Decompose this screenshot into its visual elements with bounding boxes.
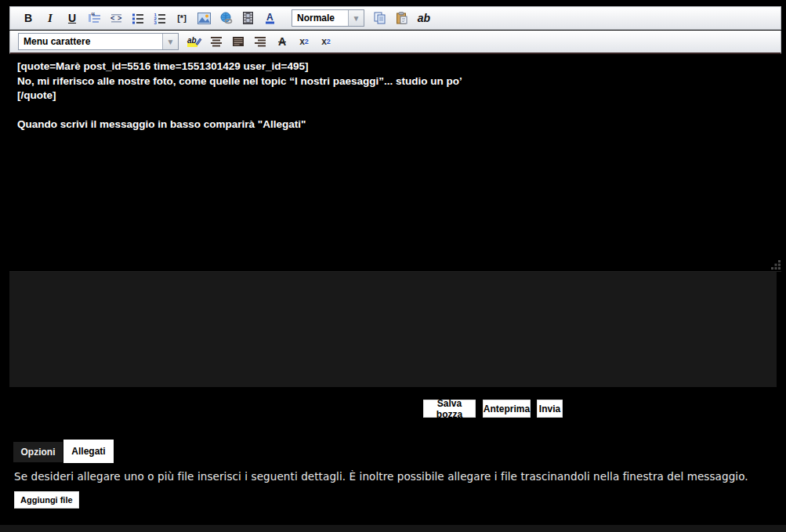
unordered-list-icon [132,12,144,24]
italic-label: I [48,12,53,25]
paragraph-style-select[interactable]: Normale ▼ [292,9,364,27]
bold-button[interactable]: B [18,9,38,27]
editor-lower-panel [9,272,777,387]
align-right-button[interactable] [250,32,270,51]
copy-icon [374,12,386,24]
superscript-label: x [299,36,305,47]
justify-icon [232,36,244,47]
list-item-label: [*] [177,13,187,23]
justify-button[interactable] [228,32,248,51]
svg-text:3: 3 [154,20,158,24]
chevron-down-icon[interactable]: ▼ [348,10,364,26]
strikethrough-label: A [278,35,286,48]
font-color-icon: A [264,12,276,24]
tab-attachments[interactable]: Allegati [63,440,114,463]
link-icon [219,12,233,24]
bottom-bar [0,525,786,532]
svg-text:ab: ab [187,36,197,45]
preview-button[interactable]: Anteprima [483,400,531,418]
underline-label: U [68,12,76,24]
ordered-list-icon: 1 2 3 [154,12,166,24]
unordered-list-button[interactable] [128,9,148,27]
underline-button[interactable]: U [62,9,82,27]
tab-options[interactable]: Opzioni [13,442,63,462]
italic-button[interactable]: I [40,9,60,27]
image-icon [197,13,211,24]
code-icon: < > [110,12,123,24]
quote-button[interactable]: “ [84,9,104,27]
svg-text:>: > [118,14,121,22]
subscript-button[interactable]: x2 [316,32,336,51]
insert-image-button[interactable] [194,9,214,27]
font-menu-select[interactable]: Menu carattere ▼ [18,33,179,50]
list-item-button[interactable]: [*] [172,9,192,27]
bbcode-toolbar-row2: Menu carattere ▼ ab [9,31,781,54]
highlight-icon: ab [187,35,202,49]
plain-text-button[interactable]: ab [414,9,434,27]
resize-handle-icon[interactable] [771,260,781,270]
copy-button[interactable] [370,9,390,27]
subscript-idx: 2 [327,38,331,45]
bbcode-toolbar-row1: B I U “ < > [9,6,781,30]
paste-button[interactable] [392,9,412,27]
message-textarea[interactable]: [quote=Marè post_id=5516 time=1551301429… [9,54,781,272]
align-right-icon [254,36,266,47]
paste-icon [396,12,408,24]
insert-video-button[interactable] [237,9,258,27]
video-icon [243,12,253,24]
add-file-button[interactable]: Aggiungi file [14,491,79,508]
save-draft-button[interactable]: Salva bozza [423,400,476,418]
superscript-button[interactable]: x2 [294,32,314,51]
chevron-down-icon[interactable]: ▼ [162,34,178,49]
subscript-label: x [321,36,327,47]
submit-button[interactable]: Invia [537,400,563,418]
svg-text:A: A [266,12,273,23]
highlight-button[interactable]: ab [184,32,205,51]
superscript-exp: 2 [305,38,309,45]
font-menu-value: Menu carattere [19,34,162,49]
svg-text:“: “ [91,12,96,20]
ordered-list-button[interactable]: 1 2 3 [150,9,170,27]
align-center-button[interactable] [206,32,226,51]
align-center-icon [210,36,223,47]
insert-link-button[interactable] [216,9,236,27]
plain-text-label: ab [418,12,430,24]
post-editor-page: B I U “ < > [0,0,786,532]
strikethrough-button[interactable]: A [272,32,292,51]
quote-icon: “ [88,12,101,24]
bold-label: B [24,12,32,24]
svg-text:<: < [110,14,114,22]
font-color-button[interactable]: A [259,9,280,27]
code-button[interactable]: < > [106,9,126,27]
attachments-description: Se desideri allegare uno o più file inse… [14,470,766,483]
paragraph-style-value: Normale [292,10,348,26]
